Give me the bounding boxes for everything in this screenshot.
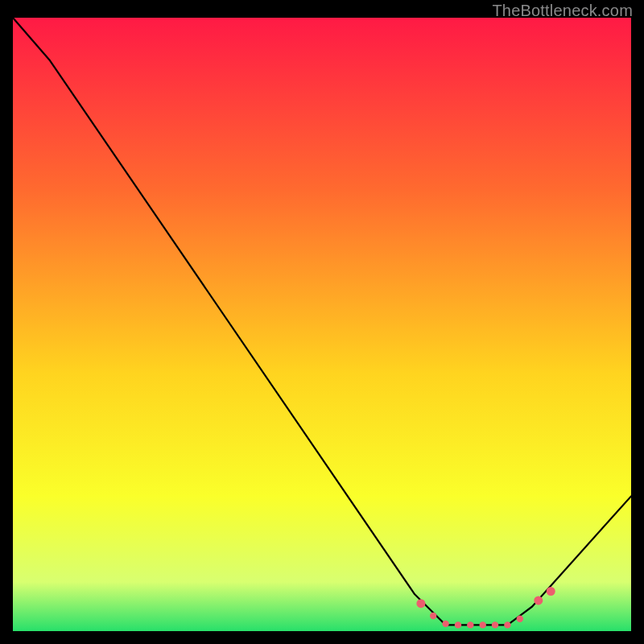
accent-dot [517, 616, 523, 622]
accent-dot [442, 621, 448, 627]
accent-dot [534, 596, 543, 605]
accent-dot [547, 587, 555, 596]
accent-dot [480, 621, 486, 628]
accent-dot [430, 613, 436, 619]
accent-dot [416, 599, 425, 608]
accent-dot [492, 621, 498, 628]
watermark-label: TheBottleneck.com [492, 2, 633, 20]
accent-dot [467, 621, 473, 628]
chart-plot-area [13, 18, 631, 631]
chart-svg [13, 18, 631, 631]
accent-dot [504, 621, 510, 628]
chart-frame: TheBottleneck.com [0, 0, 644, 644]
gradient-background [13, 18, 631, 631]
accent-dot [455, 621, 461, 628]
